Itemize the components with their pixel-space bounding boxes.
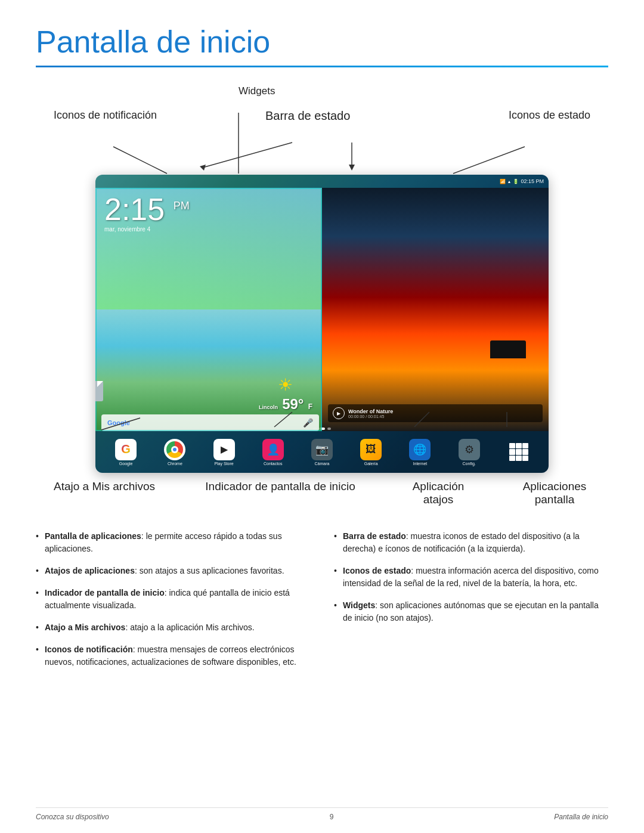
screen-content: 2:15 PM mar, noviembre 4 ☀ Lincoln 59° xyxy=(95,188,549,431)
page-footer: Conozca su dispositivo 9 Pantalla de ini… xyxy=(36,807,608,821)
phone-screen: 📶 ▲ 🔋 02:15 PM xyxy=(95,175,549,473)
title-divider xyxy=(36,66,608,67)
label-aplicaciones: Aplicaciones pantalla xyxy=(523,480,587,506)
dock-icon-contacts[interactable]: 👤 Contactos xyxy=(262,439,284,466)
phone-mockup: 📶 ▲ 🔋 02:15 PM xyxy=(95,175,549,473)
page-title: Pantalla de inicio xyxy=(36,24,608,60)
bullet-widgets: Widgets: son aplicaciones autónomas que … xyxy=(334,599,608,624)
dock-icon-internet[interactable]: 🌐 Internet xyxy=(409,439,431,466)
svg-line-2 xyxy=(203,143,292,168)
google-icon: G xyxy=(115,439,137,460)
app-dock: G Google Chrome xyxy=(95,431,549,473)
mic-icon: 🎤 xyxy=(303,418,313,428)
svg-line-0 xyxy=(113,147,167,174)
battery-icon: 🔋 xyxy=(513,179,519,184)
signal-icon: 📶 xyxy=(500,179,506,184)
diagram-section: Iconos de notificación Widgets Barra de … xyxy=(36,85,608,506)
bullet-indicador: Indicador de pantalla de inicio: indica … xyxy=(36,587,310,612)
label-aplicacion-container: Aplicación atajos xyxy=(405,480,471,506)
svg-marker-3 xyxy=(200,165,206,171)
bullets-left: Pantalla de aplicaciones: le permite acc… xyxy=(36,530,310,678)
clock-ampm: PM xyxy=(174,200,190,212)
config-label: Config. xyxy=(463,462,476,466)
dock-icon-apps[interactable] xyxy=(507,441,529,463)
svg-marker-5 xyxy=(349,165,355,171)
dot-3 xyxy=(327,428,331,430)
contacts-icon: 👤 xyxy=(262,439,284,460)
video-title: Wonder of Nature xyxy=(348,408,393,414)
video-thumbnail xyxy=(322,188,549,431)
bullet-barra-estado: Barra de estado: muestra iconos de estad… xyxy=(334,530,608,555)
dock-icon-playstore[interactable]: ▶ Play Store xyxy=(213,439,235,466)
clock-weather-widget: 2:15 PM mar, noviembre 4 ☀ Lincoln 59° xyxy=(95,188,322,431)
label-barra: Barra de estado xyxy=(265,109,350,123)
status-icons: 📶 ▲ 🔋 02:15 PM xyxy=(500,178,544,184)
bullet-iconos-estado: Iconos de estado: muestra información ac… xyxy=(334,565,608,590)
label-indicador: Indicador de pantalla de inicio xyxy=(205,480,355,493)
internet-icon: 🌐 xyxy=(409,439,431,460)
clock-date: mar, noviembre 4 xyxy=(104,226,312,233)
bullets-right: Barra de estado: muestra iconos de estad… xyxy=(334,530,608,678)
sun-icon: ☀ xyxy=(259,375,312,395)
footer-page: 9 xyxy=(330,813,334,821)
dock-icon-config[interactable]: ⚙ Config. xyxy=(459,439,480,466)
svg-line-6 xyxy=(453,147,525,174)
label-atajo: Atajo a Mis archivos xyxy=(54,480,155,493)
camera-label: Cámara xyxy=(315,462,330,466)
playstore-label: Play Store xyxy=(214,462,233,466)
search-bar-container: Google 🎤 xyxy=(101,414,319,431)
label-estado: Iconos de estado xyxy=(509,109,590,122)
gallery-label: Galería xyxy=(364,462,378,466)
weather-widget: ☀ Lincoln 59° F xyxy=(259,375,312,413)
label-widgets: Widgets xyxy=(239,85,275,97)
bullets-section: Pantalla de aplicaciones: le permite acc… xyxy=(36,530,608,678)
google-label: Google xyxy=(119,462,133,466)
video-widget: ▶ Wonder of Nature 00:00:00 / 00:01:45 xyxy=(322,188,549,431)
playstore-icon: ▶ xyxy=(213,439,235,460)
bullet-pantalla-apps: Pantalla de aplicaciones: le permite acc… xyxy=(36,530,310,555)
bullet-atajo-archivos: Atajo a Mis archivos: atajo a la aplicac… xyxy=(36,621,310,634)
label-indicador-container: Indicador de pantalla de inicio xyxy=(203,480,358,506)
video-overlay: ▶ Wonder of Nature 00:00:00 / 00:01:45 xyxy=(328,404,543,422)
video-info: Wonder of Nature 00:00:00 / 00:01:45 xyxy=(348,408,393,419)
label-atajo-container: Atajo a Mis archivos xyxy=(54,480,155,506)
chrome-icon xyxy=(164,439,185,460)
file-shortcut[interactable] xyxy=(95,381,103,401)
bullet-iconos-notif: Iconos de notificación: muestra mensajes… xyxy=(36,643,310,668)
clock-display: 2:15 PM xyxy=(104,194,312,225)
clock-widget: 2:15 PM mar, noviembre 4 xyxy=(95,188,321,239)
apps-grid-icon xyxy=(507,441,529,463)
dock-icon-camera[interactable]: 📷 Cámara xyxy=(311,439,333,466)
footer-right: Pantalla de inicio xyxy=(554,813,608,821)
search-bar[interactable]: Google 🎤 xyxy=(101,414,319,431)
contacts-label: Contactos xyxy=(264,462,283,466)
label-aplicacion: Aplicación atajos xyxy=(413,480,465,506)
bottom-labels: Atajo a Mis archivos Indicador de pantal… xyxy=(36,480,608,506)
google-logo: Google xyxy=(107,419,130,426)
gallery-icon: 🖼 xyxy=(360,439,382,460)
config-icon: ⚙ xyxy=(459,439,480,460)
chrome-label: Chrome xyxy=(168,462,182,466)
dock-icon-google[interactable]: G Google xyxy=(115,439,137,466)
status-time: 02:15 PM xyxy=(521,178,544,184)
dock-icon-chrome[interactable]: Chrome xyxy=(164,439,185,466)
status-bar: 📶 ▲ 🔋 02:15 PM xyxy=(95,175,549,188)
footer-left: Conozca su dispositivo xyxy=(36,813,109,821)
label-notificacion: Iconos de notificación xyxy=(54,109,157,122)
bullet-atajos-apps: Atajos de aplicaciones: son atajos a sus… xyxy=(36,565,310,577)
play-button[interactable]: ▶ xyxy=(333,407,345,419)
camera-icon: 📷 xyxy=(311,439,333,460)
internet-label: Internet xyxy=(413,462,428,466)
label-aplicaciones-container: Aplicaciones pantalla xyxy=(519,480,590,506)
clock-hours: 2:15 xyxy=(104,192,165,227)
dock-icon-gallery[interactable]: 🖼 Galería xyxy=(360,439,382,466)
wifi-icon: ▲ xyxy=(507,179,512,184)
temperature: Lincoln 59° F xyxy=(259,395,312,413)
video-time: 00:00:00 / 00:01:45 xyxy=(348,414,393,419)
